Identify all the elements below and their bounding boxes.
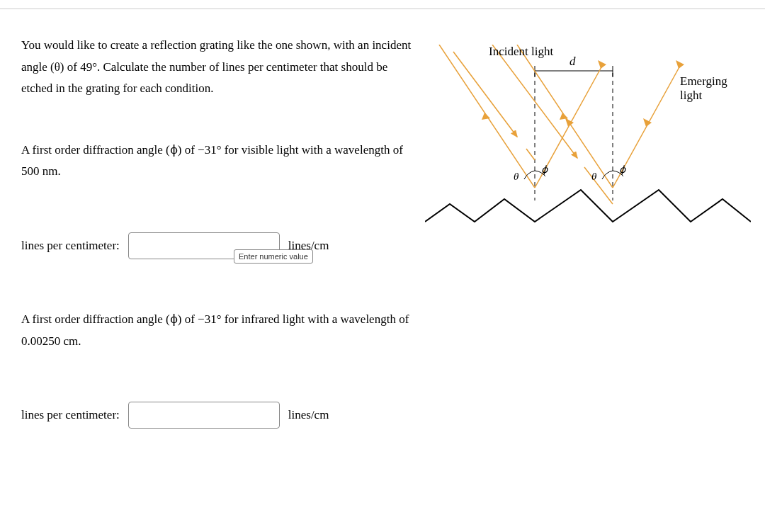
- phi-label-1: ϕ: [541, 164, 548, 176]
- input-tooltip: Enter numeric value: [234, 249, 313, 264]
- answer-input-2[interactable]: [128, 402, 280, 429]
- unit-label-2: lines/cm: [288, 408, 329, 422]
- answer-label-2: lines per centimeter:: [21, 408, 120, 422]
- problem-intro: You would like to create a reflection gr…: [21, 35, 418, 100]
- phi-label-2: ϕ: [619, 164, 625, 176]
- condition-2: A first order diffraction angle (ϕ) of −…: [21, 309, 418, 352]
- answer-row-1: lines per centimeter: lines/cm Enter num…: [21, 232, 418, 259]
- svg-marker-18: [598, 60, 606, 69]
- svg-marker-19: [676, 60, 684, 69]
- incident-light-label: Incident light: [489, 45, 553, 59]
- theta-label-2: θ: [591, 171, 596, 183]
- emerging-light-label: Emerging light: [680, 74, 751, 103]
- grating-figure: Incident light Emerging light d θ ϕ θ ϕ: [425, 45, 751, 243]
- answer-label-1: lines per centimeter:: [21, 239, 120, 253]
- d-label: d: [570, 55, 576, 69]
- theta-label-1: θ: [514, 171, 518, 183]
- svg-line-8: [492, 45, 577, 158]
- condition-1: A first order diffraction angle (ϕ) of −…: [21, 140, 418, 183]
- answer-row-2: lines per centimeter: lines/cm: [21, 402, 418, 429]
- svg-line-6: [526, 149, 535, 160]
